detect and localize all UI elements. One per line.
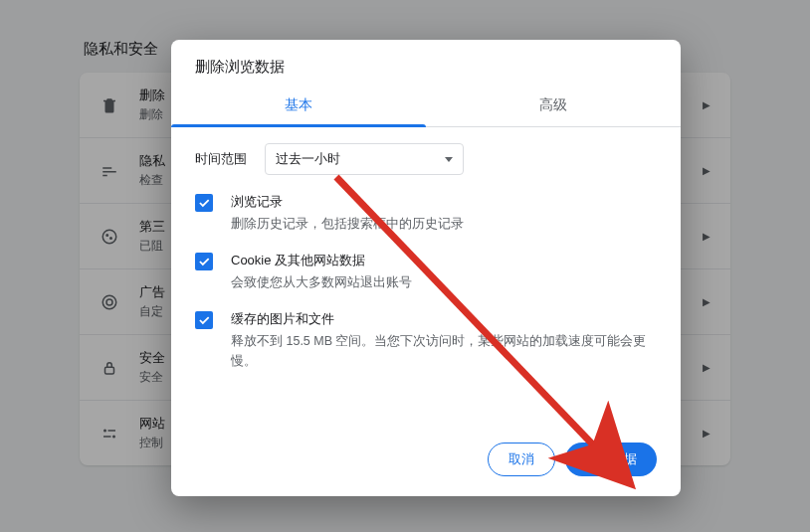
dialog-title: 删除浏览数据	[171, 40, 681, 87]
dialog-tabs: 基本 高级	[171, 87, 681, 127]
time-range-row: 时间范围 过去一小时	[195, 143, 657, 175]
dialog-footer: 取消 删除数据	[171, 393, 681, 476]
tab-advanced[interactable]: 高级	[426, 87, 681, 126]
time-range-label: 时间范围	[195, 150, 247, 168]
clear-data-dialog: 删除浏览数据 基本 高级 时间范围 过去一小时 浏览记录 删除历史记录，包括搜索…	[171, 40, 681, 496]
checkbox-cache[interactable]	[195, 311, 213, 329]
time-range-value: 过去一小时	[276, 150, 340, 168]
chevron-down-icon	[445, 157, 453, 162]
cancel-button[interactable]: 取消	[488, 443, 555, 476]
check-row-history: 浏览记录 删除历史记录，包括搜索框中的历史记录	[195, 193, 657, 234]
time-range-select[interactable]: 过去一小时	[265, 143, 464, 175]
dialog-body: 时间范围 过去一小时 浏览记录 删除历史记录，包括搜索框中的历史记录 Cooki…	[171, 127, 681, 393]
checkbox-history[interactable]	[195, 194, 213, 212]
checkbox-cookies[interactable]	[195, 253, 213, 270]
check-row-cache: 缓存的图片和文件 释放不到 15.5 MB 空间。当您下次访问时，某些网站的加载…	[195, 310, 657, 371]
tab-basic[interactable]: 基本	[171, 87, 426, 126]
check-row-cookies: Cookie 及其他网站数据 会致使您从大多数网站退出账号	[195, 252, 657, 292]
delete-data-button[interactable]: 删除数据	[565, 443, 657, 476]
